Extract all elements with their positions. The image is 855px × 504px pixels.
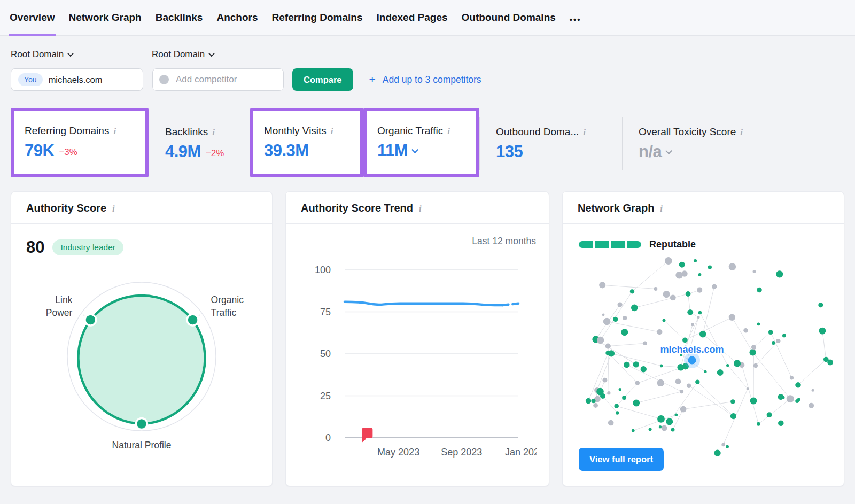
network-center-domain-label: michaels.com (660, 344, 724, 355)
metric-label: Outbound Doma...i (496, 126, 606, 138)
domain-inputs-row: You michaels.com Compare + Add up to 3 c… (11, 68, 844, 91)
nav-tab-anchors[interactable]: Anchors (216, 0, 258, 35)
authority-score-value: 80 (26, 238, 44, 257)
reputation-meter (579, 241, 641, 248)
network-graph-card: Network Graph i Reputable michaels.com V… (562, 191, 844, 486)
svg-text:May 2023: May 2023 (377, 447, 419, 458)
svg-text:Organic: Organic (211, 294, 244, 305)
metric-value: 39.3M (264, 141, 309, 160)
svg-text:25: 25 (320, 391, 331, 401)
metric-value-row: 39.3M (264, 141, 349, 160)
info-icon[interactable]: i (583, 127, 586, 138)
metric-delta: −3% (59, 147, 77, 158)
center-node (688, 356, 696, 365)
metric-value-row: 135 (496, 142, 606, 161)
chevron-down-icon[interactable] (665, 148, 672, 154)
reputation-label: Reputable (649, 239, 696, 250)
nav-tab-network-graph[interactable]: Network Graph (69, 0, 142, 35)
info-icon[interactable]: i (212, 127, 215, 138)
score-row: 80 Industry leader (26, 238, 259, 257)
metric-delta: −2% (206, 148, 224, 159)
metric-label: Referring Domainsi (25, 125, 135, 137)
metric-value: 135 (496, 142, 523, 161)
reputation-rating-row: Reputable (579, 239, 844, 250)
info-icon[interactable]: i (113, 126, 116, 137)
metric-label: Monthly Visitsi (264, 125, 349, 137)
nav-more-button[interactable]: ••• (570, 0, 581, 35)
root-domain-label: Root Domain (152, 49, 205, 60)
chevron-down-icon (68, 51, 74, 57)
svg-text:100: 100 (315, 265, 331, 275)
reputation-segment (627, 241, 641, 248)
root-domain-select-1[interactable]: Root Domain (11, 49, 152, 60)
root-domain-select-2[interactable]: Root Domain (152, 49, 293, 60)
network-nodes (586, 257, 833, 456)
you-badge: You (18, 73, 43, 86)
authority-score-trend-card: Authority Score Trend i Last 12 months 1… (285, 191, 549, 486)
reputation-segment (579, 241, 593, 248)
competitor-input-wrap (152, 68, 284, 91)
metric-value-row: 79K−3% (25, 141, 135, 160)
metric-value: n/a (639, 142, 662, 161)
nav-tab-indexed-pages[interactable]: Indexed Pages (377, 0, 448, 35)
reputation-segment (595, 241, 609, 248)
metric-referring-domains: Referring Domainsi79K−3% (11, 108, 149, 177)
metric-value: 4.9M (165, 142, 201, 161)
metrics-strip: Referring Domainsi79K−3%Backlinksi4.9M−2… (11, 108, 844, 177)
nav-tab-outbound-domains[interactable]: Outbound Domains (462, 0, 556, 35)
metric-value: 11M (377, 141, 408, 160)
trend-period-label: Last 12 months (299, 236, 536, 247)
nav-tab-overview[interactable]: Overview (10, 0, 55, 35)
card-header: Network Graph i (563, 192, 844, 224)
metric-monthly-visits: Monthly Visitsi39.3M (250, 108, 363, 177)
metric-value-row: n/a (639, 142, 828, 161)
main-domain-input[interactable]: You michaels.com (11, 68, 143, 91)
root-domain-label: Root Domain (11, 49, 64, 60)
scope-filter-row: Root Domain Root Domain (11, 49, 844, 60)
authority-score-body: 80 Industry leader LinkPowerOrganicTraff… (11, 224, 272, 486)
svg-text:Link: Link (55, 294, 72, 305)
top-nav: OverviewNetwork GraphBacklinksAnchorsRef… (0, 0, 855, 36)
main-domain-value: michaels.com (49, 75, 103, 85)
svg-text:Traffic: Traffic (211, 307, 237, 318)
view-full-report-button[interactable]: View full report (579, 448, 664, 471)
competitor-input[interactable] (175, 74, 295, 86)
metric-value: 79K (25, 141, 54, 160)
svg-text:Natural Profile: Natural Profile (112, 440, 172, 451)
nav-tab-referring-domains[interactable]: Referring Domains (272, 0, 363, 35)
metric-outbound-doma: Outbound Doma...i135 (480, 108, 622, 177)
add-competitors-link[interactable]: + Add up to 3 competitors (369, 73, 481, 86)
chevron-down-icon (209, 51, 215, 57)
add-competitors-label: Add up to 3 competitors (383, 74, 481, 86)
info-icon[interactable]: i (331, 126, 333, 137)
compare-button[interactable]: Compare (292, 68, 353, 91)
backlink-analytics-overview-page: OverviewNetwork GraphBacklinksAnchorsRef… (0, 0, 855, 486)
svg-text:Power: Power (46, 307, 73, 318)
info-icon[interactable]: i (660, 204, 663, 214)
chevron-down-icon[interactable] (411, 146, 418, 153)
metric-label: Backlinksi (165, 126, 234, 138)
overview-cards: Authority Score i 80 Industry leader Lin… (11, 191, 844, 486)
svg-text:Jan 2024: Jan 2024 (505, 447, 537, 458)
svg-text:50: 50 (320, 348, 331, 359)
plus-icon: + (369, 73, 376, 86)
metric-label: Overall Toxicity Scorei (639, 126, 828, 138)
info-icon[interactable]: i (112, 204, 115, 214)
card-title: Network Graph (578, 202, 654, 214)
network-graph-chart: michaels.com (563, 254, 842, 470)
card-title: Authority Score (26, 202, 106, 214)
metric-backlinks: Backlinksi4.9M−2% (149, 108, 250, 177)
info-icon[interactable]: i (419, 204, 422, 214)
info-icon[interactable]: i (447, 126, 450, 137)
authority-score-radar-chart: LinkPowerOrganicTrafficNatural Profile (24, 257, 260, 456)
metric-value-row: 11M (377, 141, 465, 160)
industry-leader-badge: Industry leader (52, 239, 123, 255)
authority-score-trend-chart: 1007550250May 2023Sep 2023Jan 2024 (299, 247, 537, 461)
card-title: Authority Score Trend (301, 202, 413, 214)
info-icon[interactable]: i (740, 127, 743, 138)
network-body: Reputable michaels.com View full report (563, 224, 844, 486)
svg-text:Sep 2023: Sep 2023 (441, 447, 482, 458)
card-header: Authority Score i (11, 192, 272, 224)
nav-tab-backlinks[interactable]: Backlinks (156, 0, 203, 35)
svg-text:75: 75 (320, 307, 331, 317)
